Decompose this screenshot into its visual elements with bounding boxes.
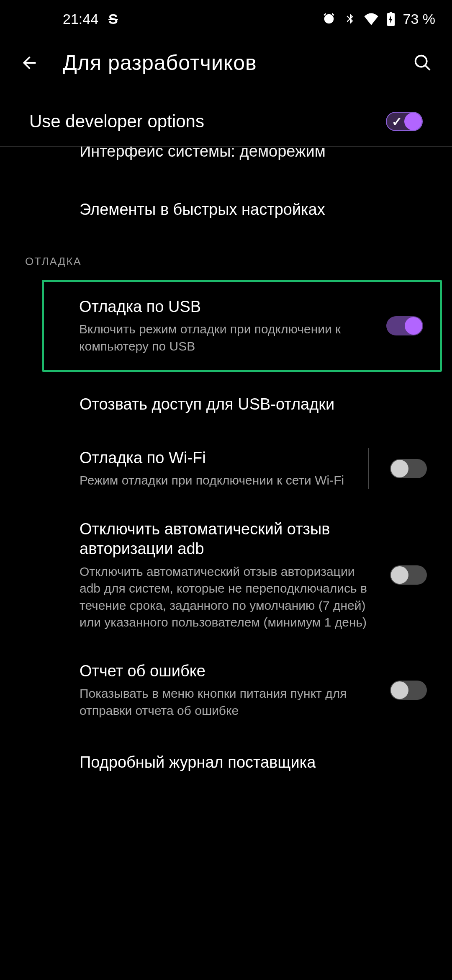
status-s-indicator: S xyxy=(108,11,118,27)
setting-title: Отладка по Wi-Fi xyxy=(80,448,352,468)
setting-title: Отозвать доступ для USB-отладки xyxy=(80,395,414,415)
setting-title: Отладка по USB xyxy=(79,297,365,317)
master-toggle-row[interactable]: Use developer options ✓ xyxy=(0,96,452,147)
search-icon xyxy=(413,53,432,72)
bug-report-switch[interactable] xyxy=(390,681,427,700)
setting-subtitle: Включить режим отладки при подключении к… xyxy=(79,321,365,355)
back-button[interactable] xyxy=(17,50,42,75)
settings-list: Интерфейс системы: деморежим Элементы в … xyxy=(0,147,452,773)
vertical-divider xyxy=(368,448,369,489)
check-icon: ✓ xyxy=(392,114,402,129)
setting-title: Элементы в быстрых настройках xyxy=(80,200,414,220)
section-label-debug: ОТЛАДКА xyxy=(0,238,452,276)
setting-subtitle: Режим отладки при подключении к сети Wi-… xyxy=(80,472,352,489)
setting-row-wifi-debugging[interactable]: Отладка по Wi-Fi Режим отладки при подкл… xyxy=(0,433,452,504)
battery-icon xyxy=(386,12,396,26)
setting-subtitle: Показывать в меню кнопки питания пункт д… xyxy=(80,685,369,719)
setting-row-revoke-usb[interactable]: Отозвать доступ для USB-отладки xyxy=(0,376,452,433)
wifi-icon xyxy=(364,13,379,25)
setting-row-bug-report[interactable]: Отчет об ошибке Показывать в меню кнопки… xyxy=(0,646,452,735)
arrow-back-icon xyxy=(20,53,39,72)
setting-row-truncated[interactable]: Интерфейс системы: деморежим xyxy=(0,147,452,181)
status-bar: 21:44 S 73 % xyxy=(0,0,452,38)
page-title: Для разработчиков xyxy=(63,51,257,75)
setting-title: Подробный журнал поставщика xyxy=(80,753,414,773)
alarm-icon xyxy=(322,12,336,26)
usb-debugging-switch[interactable] xyxy=(386,316,423,335)
setting-title: Отключить автоматический отзыв авторизац… xyxy=(80,519,369,559)
battery-percent: 73 % xyxy=(403,11,436,27)
setting-row-vendor-logging[interactable]: Подробный журнал поставщика xyxy=(0,734,452,773)
setting-row-quick-tiles[interactable]: Элементы в быстрых настройках xyxy=(0,181,452,238)
app-bar: Для разработчиков xyxy=(0,38,452,88)
master-toggle-switch[interactable]: ✓ xyxy=(386,112,423,131)
setting-title: Отчет об ошибке xyxy=(80,661,369,681)
setting-subtitle: Отключить автоматический отзыв авторизац… xyxy=(80,563,369,631)
search-button[interactable] xyxy=(410,50,435,75)
setting-title: Интерфейс системы: деморежим xyxy=(80,147,326,160)
wifi-debugging-switch[interactable] xyxy=(390,459,427,478)
adb-auth-timeout-switch[interactable] xyxy=(390,565,427,585)
status-time: 21:44 xyxy=(63,11,98,27)
bluetooth-icon xyxy=(344,12,356,26)
setting-row-adb-auth-timeout[interactable]: Отключить автоматический отзыв авторизац… xyxy=(0,504,452,646)
setting-row-usb-debugging[interactable]: Отладка по USB Включить режим отладки пр… xyxy=(42,280,442,372)
master-toggle-label: Use developer options xyxy=(29,111,204,132)
